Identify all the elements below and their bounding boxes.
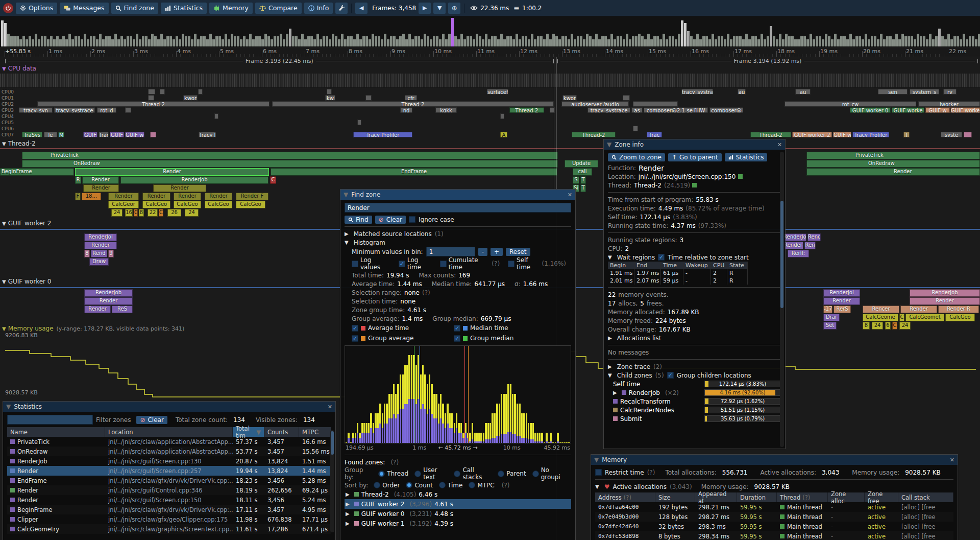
frame-bar[interactable] <box>656 36 659 46</box>
frame-bar[interactable] <box>574 39 576 46</box>
timeline-zone-GUIF worker 2[interactable]: GUIF worker 2 <box>950 107 980 113</box>
timeline-zone-segment[interactable] <box>964 132 972 137</box>
relative-time-checkbox[interactable]: ✓ <box>658 254 665 261</box>
timeline-zone-tracy_syn[interactable]: tracy_syn <box>19 107 53 113</box>
frame-bar[interactable] <box>350 36 353 46</box>
frame-bar[interactable] <box>840 36 843 46</box>
stats-table-row[interactable]: BeginFramejni/../jni/src/claw/gfx/drv/vk… <box>7 505 331 514</box>
timeline-zone-C[interactable]: C <box>892 322 897 330</box>
stats-table-row[interactable]: Clipperjni/../jni/src/claw/gfx/geo/Clipp… <box>7 514 331 524</box>
frame-bar[interactable] <box>696 34 699 46</box>
frame-bar[interactable] <box>418 36 420 46</box>
frame-bar[interactable] <box>500 34 503 46</box>
stats-column-header[interactable]: Location <box>105 427 233 437</box>
timeline-zone-26[interactable]: 26 <box>167 209 181 217</box>
frame-bar[interactable] <box>399 36 402 46</box>
timeline-zone-Render F[interactable]: Render F <box>236 193 268 200</box>
frame-marker[interactable]: Frame 3,193 (22.45 ms) <box>5 57 554 65</box>
frame-bar[interactable] <box>690 36 693 46</box>
timeline-zone-GUIF[interactable]: GUIF <box>83 132 97 137</box>
frame-bar[interactable] <box>546 34 549 46</box>
filter-input[interactable] <box>7 415 93 425</box>
timeline-zone-24[interactable]: 24 <box>185 209 199 217</box>
frame-bar[interactable] <box>543 39 546 46</box>
frame-bar[interactable] <box>267 36 270 46</box>
frame-bar[interactable] <box>880 34 883 46</box>
collapse-icon[interactable]: ▼ <box>2 141 6 147</box>
frame-bar[interactable] <box>580 36 582 46</box>
frame-bar[interactable] <box>944 39 947 46</box>
memory-table-row[interactable]: 0x7dfc42d64032 bytes298.3 ms59.95 sMain … <box>595 522 953 531</box>
frame-bar[interactable] <box>439 39 442 46</box>
thread-color-chip[interactable] <box>692 183 697 187</box>
frame-bar[interactable] <box>38 39 40 46</box>
frame-bar[interactable] <box>206 39 209 46</box>
timeline-zone-kwor[interactable]: kwor <box>562 95 577 101</box>
stats-column-header[interactable]: Counts <box>264 427 299 437</box>
frame-bar[interactable] <box>228 39 230 46</box>
frame-bar[interactable] <box>283 39 285 46</box>
frame-bar[interactable] <box>751 36 754 46</box>
frame-bar[interactable] <box>531 34 533 46</box>
frame-bar[interactable] <box>215 36 218 46</box>
timeline-zone-F[interactable]: F <box>75 193 81 200</box>
frame-bar[interactable] <box>963 34 965 46</box>
stats-column-header[interactable]: Total tim ▼ <box>233 427 264 437</box>
frame-bar[interactable] <box>623 39 625 46</box>
frame-bar[interactable] <box>467 36 469 46</box>
frame-bar[interactable] <box>384 34 386 46</box>
stats-table-row[interactable]: CalcGeometryjni/../jni/src/claw/graphics… <box>7 524 331 534</box>
frame-bar[interactable] <box>583 39 585 46</box>
frame-bar[interactable] <box>846 39 849 46</box>
frame-bar[interactable] <box>819 36 821 46</box>
timeline-zone-composer@2.1-se [HW[interactable]: composer@2.1-se [HW <box>644 107 708 113</box>
frame-bar[interactable] <box>154 36 157 46</box>
frame-bar[interactable] <box>369 39 371 46</box>
sort-by-order[interactable] <box>374 482 380 488</box>
frame-bar[interactable] <box>488 39 491 46</box>
frame-bar[interactable] <box>684 23 687 46</box>
frame-bar[interactable] <box>681 20 683 46</box>
frame-bar[interactable] <box>252 39 255 46</box>
timeline-zone-Render[interactable]: Render <box>84 242 117 249</box>
timeline-zone-GUIF worker 0[interactable]: GUIF worker 0 <box>850 107 891 113</box>
frame-bar[interactable] <box>414 36 417 46</box>
frame-bar[interactable] <box>828 36 830 46</box>
timeline-zone-segment[interactable] <box>148 89 155 95</box>
legend-checkbox[interactable]: ✓ <box>352 325 358 332</box>
frame-bar[interactable] <box>666 39 668 46</box>
frame-bar[interactable] <box>338 39 340 46</box>
frame-bar[interactable] <box>442 34 445 46</box>
frame-bar[interactable] <box>525 36 527 46</box>
timeline-zone-rot_cw[interactable]: rot_cw <box>785 101 916 107</box>
frame-bar[interactable] <box>396 39 399 46</box>
frame-bar[interactable] <box>785 34 788 46</box>
timeline-zone-le[interactable]: le <box>44 132 57 137</box>
frame-bar[interactable] <box>445 39 448 46</box>
timeline-zone-RenderJob[interactable]: RenderJob <box>84 289 133 297</box>
frame-bar[interactable] <box>50 36 53 46</box>
frame-bar[interactable] <box>586 34 589 46</box>
frame-bar[interactable] <box>246 39 249 46</box>
timeline-zone-I[interactable]: I <box>903 132 910 137</box>
timeline-zone-Render[interactable]: Render <box>910 297 980 305</box>
frame-bar[interactable] <box>218 36 221 46</box>
info-button[interactable]: Info <box>304 3 333 14</box>
frame-bar[interactable] <box>604 36 607 46</box>
timeline-zone-RerS[interactable]: RerS <box>834 306 851 313</box>
timeline-zone-GUIF worl[interactable]: GUIF worl <box>125 132 144 137</box>
restrict-time-checkbox[interactable]: ✓ <box>595 469 602 476</box>
frame-bar[interactable] <box>304 39 307 46</box>
timeline-zone-24[interactable]: 24 <box>872 322 883 330</box>
frame-bar[interactable] <box>920 36 922 46</box>
frame-bar[interactable] <box>381 39 383 46</box>
frame-bar[interactable] <box>537 36 540 46</box>
memory-column-header[interactable]: Call stack <box>898 492 953 502</box>
sort-by-time[interactable] <box>439 482 446 488</box>
frame-bar[interactable] <box>862 39 864 46</box>
frame-bar[interactable] <box>534 39 536 46</box>
frame-bar[interactable] <box>889 36 892 46</box>
frame-bar[interactable] <box>647 34 650 46</box>
timeline-zone-Rencer[interactable]: Rencer <box>863 306 899 313</box>
frame-bar[interactable] <box>102 39 105 46</box>
